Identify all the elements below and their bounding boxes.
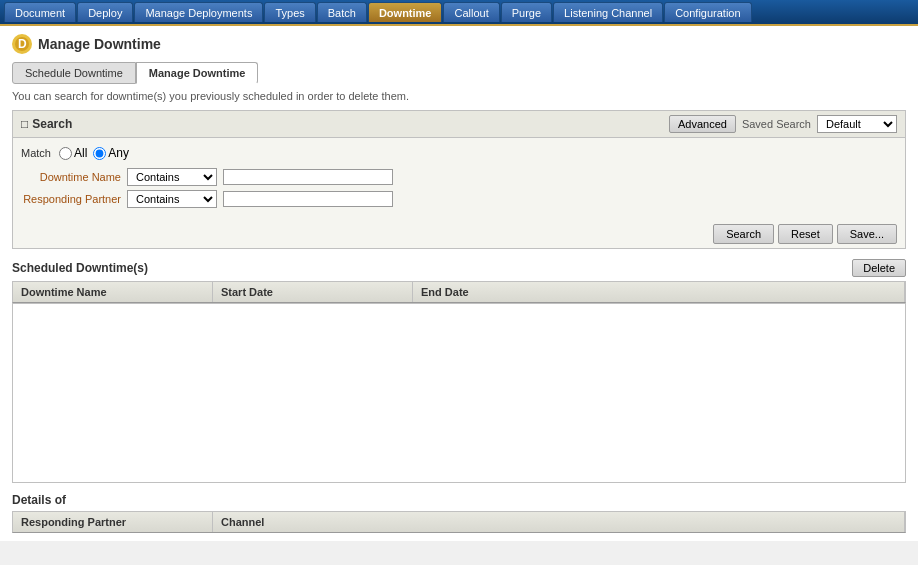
match-row: Match All Any bbox=[21, 146, 897, 160]
responding-partner-operator[interactable]: Contains Equals Starts With Ends With bbox=[127, 190, 217, 208]
match-label: Match bbox=[21, 147, 51, 159]
search-button[interactable]: Search bbox=[713, 224, 774, 244]
col-channel: Channel bbox=[213, 512, 905, 532]
saved-search-label: Saved Search bbox=[742, 118, 811, 130]
responding-partner-row: Responding Partner Contains Equals Start… bbox=[21, 190, 897, 208]
sub-tab-manage-downtime[interactable]: Manage Downtime bbox=[136, 62, 259, 84]
details-section: Details of Responding Partner Channel bbox=[12, 493, 906, 533]
collapse-icon[interactable]: □ bbox=[21, 117, 28, 131]
saved-search-select[interactable]: Default bbox=[817, 115, 897, 133]
match-radio-group: All Any bbox=[59, 146, 129, 160]
tab-types[interactable]: Types bbox=[264, 2, 315, 22]
page-content: D Manage Downtime Schedule Downtime Mana… bbox=[0, 24, 918, 541]
match-any-radio[interactable] bbox=[93, 147, 106, 160]
col-end-date: End Date bbox=[413, 282, 905, 302]
match-any-label: Any bbox=[108, 146, 129, 160]
details-section-title: Details of bbox=[12, 493, 66, 507]
svg-text:D: D bbox=[18, 37, 27, 51]
sub-tab-schedule-downtime[interactable]: Schedule Downtime bbox=[12, 62, 136, 84]
scheduled-table-body[interactable] bbox=[12, 303, 906, 483]
match-any-item: Any bbox=[93, 146, 129, 160]
advanced-button[interactable]: Advanced bbox=[669, 115, 736, 133]
tab-purge[interactable]: Purge bbox=[501, 2, 552, 22]
nav-bar: Document Deploy Manage Deployments Types… bbox=[0, 0, 918, 24]
tab-deploy[interactable]: Deploy bbox=[77, 2, 133, 22]
tab-configuration[interactable]: Configuration bbox=[664, 2, 751, 22]
col-responding-partner: Responding Partner bbox=[13, 512, 213, 532]
downtime-name-operator[interactable]: Contains Equals Starts With Ends With bbox=[127, 168, 217, 186]
save-button[interactable]: Save... bbox=[837, 224, 897, 244]
page-title: Manage Downtime bbox=[38, 36, 161, 52]
match-all-item: All bbox=[59, 146, 87, 160]
search-section-title: □Search bbox=[21, 117, 72, 131]
page-icon: D bbox=[12, 34, 32, 54]
tab-document[interactable]: Document bbox=[4, 2, 76, 22]
search-header-right: Advanced Saved Search Default bbox=[669, 115, 897, 133]
search-header: □Search Advanced Saved Search Default bbox=[13, 111, 905, 138]
tab-batch[interactable]: Batch bbox=[317, 2, 367, 22]
search-body: Match All Any Downtime Name Contains bbox=[13, 138, 905, 220]
scheduled-section: Scheduled Downtime(s) Delete Downtime Na… bbox=[12, 259, 906, 483]
col-downtime-name: Downtime Name bbox=[13, 282, 213, 302]
search-section: □Search Advanced Saved Search Default Ma… bbox=[12, 110, 906, 249]
match-all-label: All bbox=[74, 146, 87, 160]
reset-button[interactable]: Reset bbox=[778, 224, 833, 244]
page-description: You can search for downtime(s) you previ… bbox=[12, 90, 906, 102]
responding-partner-input[interactable] bbox=[223, 191, 393, 207]
sub-tabs: Schedule Downtime Manage Downtime bbox=[12, 62, 906, 84]
match-all-radio[interactable] bbox=[59, 147, 72, 160]
tab-listening-channel[interactable]: Listening Channel bbox=[553, 2, 663, 22]
search-actions: Search Reset Save... bbox=[13, 220, 905, 248]
page-title-area: D Manage Downtime bbox=[12, 34, 906, 54]
downtime-name-label: Downtime Name bbox=[21, 171, 121, 183]
downtime-name-input[interactable] bbox=[223, 169, 393, 185]
tab-callout[interactable]: Callout bbox=[443, 2, 499, 22]
col-start-date: Start Date bbox=[213, 282, 413, 302]
scheduled-table-header: Downtime Name Start Date End Date bbox=[12, 281, 906, 303]
details-section-header: Details of bbox=[12, 493, 906, 507]
details-table-header: Responding Partner Channel bbox=[12, 511, 906, 533]
responding-partner-label: Responding Partner bbox=[21, 193, 121, 205]
downtime-name-row: Downtime Name Contains Equals Starts Wit… bbox=[21, 168, 897, 186]
delete-button[interactable]: Delete bbox=[852, 259, 906, 277]
tab-manage-deployments[interactable]: Manage Deployments bbox=[134, 2, 263, 22]
scheduled-section-title: Scheduled Downtime(s) bbox=[12, 261, 148, 275]
tab-downtime[interactable]: Downtime bbox=[368, 2, 443, 22]
scheduled-section-header: Scheduled Downtime(s) Delete bbox=[12, 259, 906, 277]
